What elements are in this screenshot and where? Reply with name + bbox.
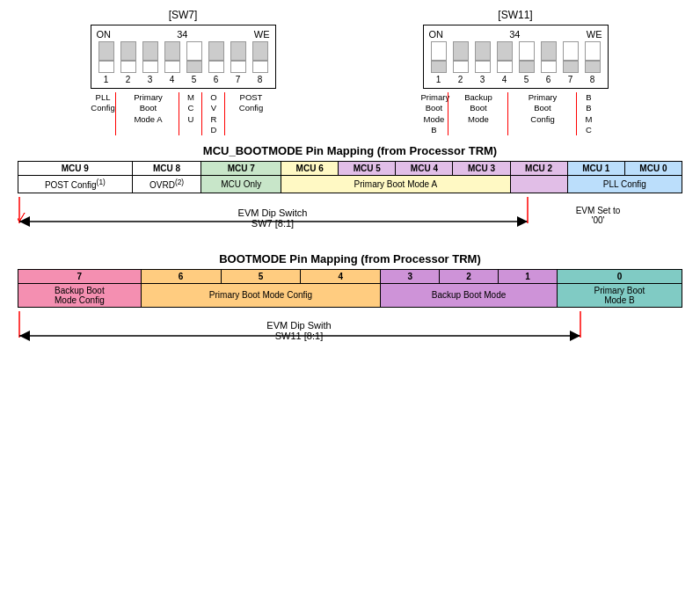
- sw7-evm-label: EVM Dip SwitchSW7 [8:1]: [193, 207, 352, 229]
- sw7-pin-8-lower: [252, 61, 268, 73]
- sw11-label-bbmc: BBMC: [576, 92, 601, 135]
- bootmode-section-title: BOOTMODE Pin Mapping (from Processor TRM…: [18, 252, 682, 265]
- sw11-bottom-labels: PrimaryBootMode B BackupBootMode Primary…: [421, 92, 610, 135]
- bootmode-table-wrapper: 7 6 5 4 3 2 1 0 Backup BootMode Config P…: [18, 269, 682, 360]
- mcu-cell-post: POST Config(1): [18, 176, 133, 193]
- sw7-we-label: WE: [254, 29, 270, 40]
- sw7-title: [SW7]: [169, 9, 198, 21]
- mcu-section-title: MCU_BOOTMODE Pin Mapping (from Processor…: [18, 144, 682, 157]
- boot-col-7-header: 7: [18, 269, 142, 283]
- sw11-pin-3-upper: [475, 41, 491, 61]
- sw7-pins: 1 2 3: [97, 41, 270, 84]
- sw7-pin-2-upper: [120, 41, 136, 61]
- mcu-col-8-header: MCU 8: [132, 162, 201, 176]
- sw7-pin-4-lower: [164, 61, 180, 73]
- svg-marker-4: [19, 216, 30, 227]
- svg-marker-9: [19, 331, 30, 341]
- svg-marker-5: [517, 216, 528, 227]
- sw11-pin-6: 6: [539, 41, 558, 84]
- sw11-pin-5-upper: [519, 41, 535, 61]
- sw7-top-labels: ON 34 WE: [97, 29, 270, 40]
- sw7-pin-4-upper: [164, 41, 180, 61]
- sw11-pin-7: 7: [561, 41, 580, 84]
- boot-col-1-header: 1: [498, 269, 557, 283]
- sw7-on-label: ON: [97, 29, 112, 40]
- sw11-pin-4-lower: [497, 61, 513, 73]
- sw7-mid-label: 34: [177, 29, 187, 40]
- mcu-col-0-header: MCU 0: [624, 162, 682, 176]
- mcu-cell-primary-boot: Primary Boot Mode A: [281, 176, 510, 193]
- sw11-pin-3-num: 3: [480, 75, 485, 84]
- mcu-col-9-header: MCU 9: [18, 162, 133, 176]
- bootmode-table: 7 6 5 4 3 2 1 0 Backup BootMode Config P…: [18, 269, 682, 308]
- sw7-evm-set-label: EVM Set to'00': [554, 206, 642, 225]
- sw11-pin-3: 3: [473, 41, 492, 84]
- sw11-pin-8-num: 8: [590, 75, 595, 84]
- sw11-pin-6-upper: [541, 41, 557, 61]
- sw7-pin-1: 1: [97, 41, 116, 84]
- svg-marker-10: [570, 331, 580, 341]
- sw11-pin-3-lower: [475, 61, 491, 73]
- sw11-pins: 1 2 3: [429, 41, 602, 84]
- sw11-label-backup: BackupBootMode: [448, 92, 507, 135]
- bootmode-data-row: Backup BootMode Config Primary Boot Mode…: [18, 283, 682, 307]
- mcu-cell-empty: [510, 176, 567, 193]
- bootmode-header-row: 7 6 5 4 3 2 1 0: [18, 269, 682, 283]
- mcu-cell-mcuonly: MCU Only: [201, 176, 281, 193]
- sw7-pin-7: 7: [229, 41, 248, 84]
- sw7-pin-3-upper: [142, 41, 158, 61]
- sw7-pin-5-num: 5: [192, 75, 197, 84]
- mcu-col-7-header: MCU 7: [201, 162, 281, 176]
- boot-col-0-header: 0: [557, 269, 682, 283]
- main-container: [SW7] ON 34 WE 1: [0, 0, 700, 368]
- mcu-col-5-header: MCU 5: [339, 162, 396, 176]
- sw11-pin-2-num: 2: [458, 75, 463, 84]
- sw7-label-primary-boot: PrimaryBootMode A: [115, 92, 179, 135]
- sw11-block: [SW11] ON 34 WE 1: [421, 9, 610, 135]
- mcu-col-6-header: MCU 6: [281, 162, 339, 176]
- sw7-pin-7-num: 7: [236, 75, 241, 84]
- sw7-pin-1-lower: [98, 61, 114, 73]
- sw7-pin-3: 3: [141, 41, 160, 84]
- sw7-pin-5-lower: [186, 61, 202, 73]
- sw11-evm-label: EVM Dip SwithSW11 [8:1]: [211, 320, 387, 341]
- sw11-on-label: ON: [429, 29, 444, 40]
- sw11-pin-1-lower: [431, 61, 447, 73]
- sw7-pin-3-lower: [142, 61, 158, 73]
- boot-col-5-header: 5: [221, 269, 301, 283]
- bootmode-section: BOOTMODE Pin Mapping (from Processor TRM…: [18, 252, 682, 360]
- sw11-pin-2-lower: [453, 61, 469, 73]
- boot-cell-backup-config: Backup BootMode Config: [18, 283, 142, 307]
- sw7-pin-6-upper: [208, 41, 224, 61]
- sw7-pin-2-lower: [120, 61, 136, 73]
- sw7-pin-6-lower: [208, 61, 224, 73]
- sw11-label-primary-config: PrimaryBootConfig: [507, 92, 576, 135]
- sw7-pin-6: 6: [207, 41, 226, 84]
- sw7-pin-2-num: 2: [126, 75, 131, 84]
- boot-col-4-header: 4: [301, 269, 381, 283]
- mcu-cell-ovrd: OVRD(2): [132, 176, 201, 193]
- sw7-label-post: POSTConfig: [224, 92, 275, 135]
- sw11-pin-7-num: 7: [568, 75, 573, 84]
- sw11-top-labels: ON 34 WE: [429, 29, 602, 40]
- sw11-pin-6-lower: [541, 61, 557, 73]
- mcu-header-row: MCU 9 MCU 8 MCU 7 MCU 6 MCU 5 MCU 4 MCU …: [18, 162, 682, 176]
- sw7-pin-7-upper: [230, 41, 246, 61]
- sw7-pin-6-num: 6: [214, 75, 219, 84]
- sw11-pin-4: 4: [495, 41, 514, 84]
- sw11-pin-2-upper: [453, 41, 469, 61]
- sw7-label-mcu: MCU: [179, 92, 201, 135]
- sw11-title: [SW11]: [498, 9, 532, 21]
- sw7-pin-1-upper: [98, 41, 114, 61]
- sw7-arrow-container: EVM Dip SwitchSW7 [8:1] EVM Set to'00': [18, 197, 682, 245]
- mcu-col-3-header: MCU 3: [453, 162, 510, 176]
- sw11-label-primary-b: PrimaryBootMode B: [421, 92, 448, 135]
- sw7-pin-3-num: 3: [148, 75, 153, 84]
- sw11-pin-5: 5: [517, 41, 536, 84]
- boot-col-2-header: 2: [440, 269, 499, 283]
- mcu-data-row: POST Config(1) OVRD(2) MCU Only Primary …: [18, 176, 682, 193]
- sw7-pin-2: 2: [119, 41, 138, 84]
- sw11-pin-8-lower: [585, 61, 601, 73]
- sw7-pin-1-num: 1: [104, 75, 109, 84]
- sw11-pin-6-num: 6: [546, 75, 551, 84]
